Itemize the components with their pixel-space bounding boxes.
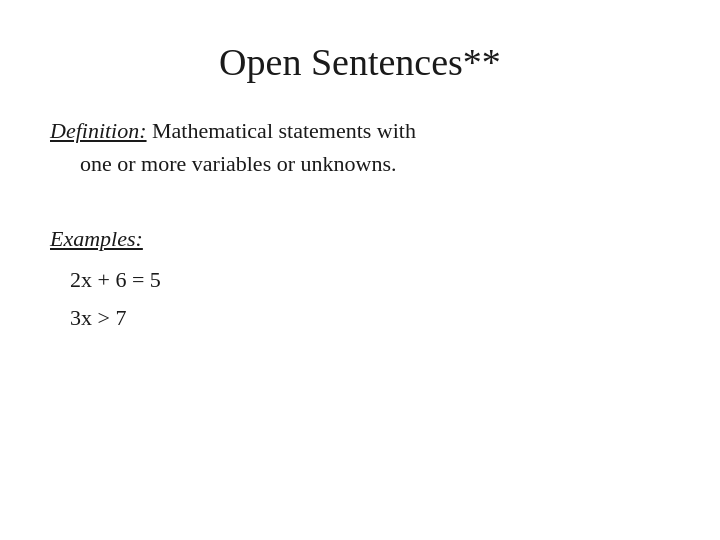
example-item-1: 2x + 6 = 5: [50, 261, 161, 298]
definition-block: Definition: Mathematical statements with…: [50, 114, 416, 180]
slide-title: Open Sentences**: [50, 40, 670, 84]
definition-label: Definition:: [50, 118, 147, 143]
definition-text-line2: one or more variables or unknowns.: [50, 147, 416, 180]
slide: Open Sentences** Definition: Mathematica…: [0, 0, 720, 540]
example-item-2: 3x > 7: [50, 299, 161, 336]
examples-label: Examples:: [50, 220, 161, 257]
examples-block: Examples: 2x + 6 = 5 3x > 7: [50, 220, 161, 336]
definition-text-line1: Mathematical statements with: [152, 118, 416, 143]
